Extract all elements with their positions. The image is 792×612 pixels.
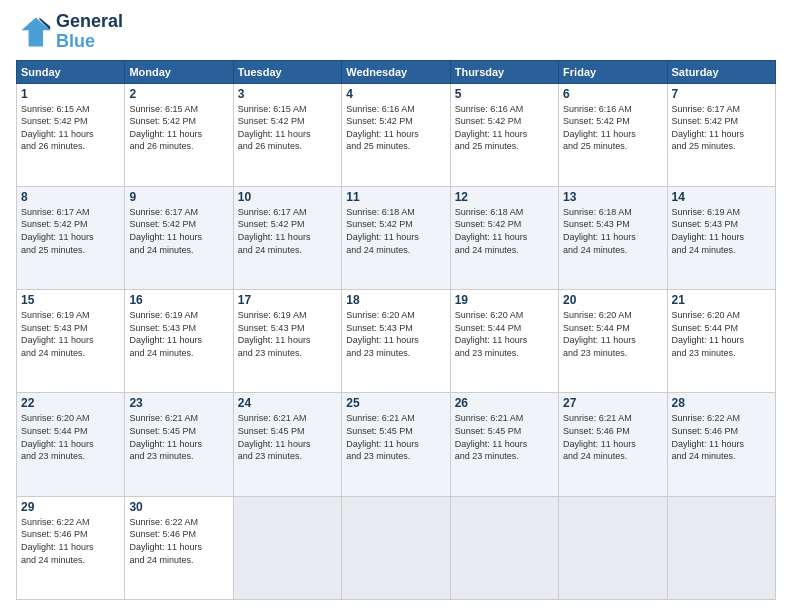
day-info: Sunrise: 6:19 AM Sunset: 5:43 PM Dayligh… [129, 309, 228, 359]
calendar-header-sunday: Sunday [17, 60, 125, 83]
day-number: 22 [21, 396, 120, 410]
day-info: Sunrise: 6:17 AM Sunset: 5:42 PM Dayligh… [672, 103, 771, 153]
day-number: 12 [455, 190, 554, 204]
calendar-cell: 7Sunrise: 6:17 AM Sunset: 5:42 PM Daylig… [667, 83, 775, 186]
calendar-cell [342, 496, 450, 599]
day-number: 3 [238, 87, 337, 101]
day-number: 1 [21, 87, 120, 101]
day-number: 16 [129, 293, 228, 307]
calendar-cell: 25Sunrise: 6:21 AM Sunset: 5:45 PM Dayli… [342, 393, 450, 496]
day-info: Sunrise: 6:16 AM Sunset: 5:42 PM Dayligh… [455, 103, 554, 153]
calendar-cell: 13Sunrise: 6:18 AM Sunset: 5:43 PM Dayli… [559, 186, 667, 289]
calendar-cell: 24Sunrise: 6:21 AM Sunset: 5:45 PM Dayli… [233, 393, 341, 496]
day-info: Sunrise: 6:20 AM Sunset: 5:44 PM Dayligh… [672, 309, 771, 359]
day-number: 19 [455, 293, 554, 307]
logo: General Blue [16, 12, 123, 52]
day-info: Sunrise: 6:21 AM Sunset: 5:45 PM Dayligh… [129, 412, 228, 462]
day-info: Sunrise: 6:15 AM Sunset: 5:42 PM Dayligh… [21, 103, 120, 153]
day-info: Sunrise: 6:21 AM Sunset: 5:45 PM Dayligh… [238, 412, 337, 462]
day-number: 10 [238, 190, 337, 204]
day-number: 23 [129, 396, 228, 410]
calendar-week-row: 22Sunrise: 6:20 AM Sunset: 5:44 PM Dayli… [17, 393, 776, 496]
day-info: Sunrise: 6:17 AM Sunset: 5:42 PM Dayligh… [238, 206, 337, 256]
day-info: Sunrise: 6:18 AM Sunset: 5:42 PM Dayligh… [346, 206, 445, 256]
calendar-header-wednesday: Wednesday [342, 60, 450, 83]
calendar-cell: 1Sunrise: 6:15 AM Sunset: 5:42 PM Daylig… [17, 83, 125, 186]
day-number: 7 [672, 87, 771, 101]
day-number: 30 [129, 500, 228, 514]
calendar-cell: 11Sunrise: 6:18 AM Sunset: 5:42 PM Dayli… [342, 186, 450, 289]
day-info: Sunrise: 6:15 AM Sunset: 5:42 PM Dayligh… [129, 103, 228, 153]
day-info: Sunrise: 6:20 AM Sunset: 5:43 PM Dayligh… [346, 309, 445, 359]
day-number: 27 [563, 396, 662, 410]
day-number: 24 [238, 396, 337, 410]
day-info: Sunrise: 6:21 AM Sunset: 5:46 PM Dayligh… [563, 412, 662, 462]
header: General Blue [16, 12, 776, 52]
calendar-cell: 28Sunrise: 6:22 AM Sunset: 5:46 PM Dayli… [667, 393, 775, 496]
calendar-week-row: 1Sunrise: 6:15 AM Sunset: 5:42 PM Daylig… [17, 83, 776, 186]
calendar-cell: 2Sunrise: 6:15 AM Sunset: 5:42 PM Daylig… [125, 83, 233, 186]
day-info: Sunrise: 6:22 AM Sunset: 5:46 PM Dayligh… [672, 412, 771, 462]
day-info: Sunrise: 6:18 AM Sunset: 5:43 PM Dayligh… [563, 206, 662, 256]
calendar-header-thursday: Thursday [450, 60, 558, 83]
calendar-cell: 29Sunrise: 6:22 AM Sunset: 5:46 PM Dayli… [17, 496, 125, 599]
calendar-cell: 21Sunrise: 6:20 AM Sunset: 5:44 PM Dayli… [667, 290, 775, 393]
day-info: Sunrise: 6:19 AM Sunset: 5:43 PM Dayligh… [672, 206, 771, 256]
calendar-header-tuesday: Tuesday [233, 60, 341, 83]
day-info: Sunrise: 6:22 AM Sunset: 5:46 PM Dayligh… [129, 516, 228, 566]
calendar-cell: 17Sunrise: 6:19 AM Sunset: 5:43 PM Dayli… [233, 290, 341, 393]
day-number: 17 [238, 293, 337, 307]
day-info: Sunrise: 6:19 AM Sunset: 5:43 PM Dayligh… [21, 309, 120, 359]
calendar-cell: 23Sunrise: 6:21 AM Sunset: 5:45 PM Dayli… [125, 393, 233, 496]
calendar-cell: 8Sunrise: 6:17 AM Sunset: 5:42 PM Daylig… [17, 186, 125, 289]
day-info: Sunrise: 6:20 AM Sunset: 5:44 PM Dayligh… [21, 412, 120, 462]
day-info: Sunrise: 6:17 AM Sunset: 5:42 PM Dayligh… [129, 206, 228, 256]
day-info: Sunrise: 6:15 AM Sunset: 5:42 PM Dayligh… [238, 103, 337, 153]
day-number: 9 [129, 190, 228, 204]
calendar-header-friday: Friday [559, 60, 667, 83]
day-info: Sunrise: 6:21 AM Sunset: 5:45 PM Dayligh… [346, 412, 445, 462]
calendar-header-saturday: Saturday [667, 60, 775, 83]
day-number: 21 [672, 293, 771, 307]
calendar-cell: 5Sunrise: 6:16 AM Sunset: 5:42 PM Daylig… [450, 83, 558, 186]
calendar-cell: 18Sunrise: 6:20 AM Sunset: 5:43 PM Dayli… [342, 290, 450, 393]
day-info: Sunrise: 6:20 AM Sunset: 5:44 PM Dayligh… [563, 309, 662, 359]
day-number: 11 [346, 190, 445, 204]
day-number: 28 [672, 396, 771, 410]
day-number: 13 [563, 190, 662, 204]
day-number: 8 [21, 190, 120, 204]
calendar-cell: 15Sunrise: 6:19 AM Sunset: 5:43 PM Dayli… [17, 290, 125, 393]
calendar-week-row: 15Sunrise: 6:19 AM Sunset: 5:43 PM Dayli… [17, 290, 776, 393]
calendar-cell: 4Sunrise: 6:16 AM Sunset: 5:42 PM Daylig… [342, 83, 450, 186]
day-info: Sunrise: 6:18 AM Sunset: 5:42 PM Dayligh… [455, 206, 554, 256]
calendar-cell: 6Sunrise: 6:16 AM Sunset: 5:42 PM Daylig… [559, 83, 667, 186]
day-info: Sunrise: 6:20 AM Sunset: 5:44 PM Dayligh… [455, 309, 554, 359]
page: General Blue SundayMondayTuesdayWednesda… [0, 0, 792, 612]
day-info: Sunrise: 6:16 AM Sunset: 5:42 PM Dayligh… [563, 103, 662, 153]
calendar-cell: 10Sunrise: 6:17 AM Sunset: 5:42 PM Dayli… [233, 186, 341, 289]
calendar-week-row: 8Sunrise: 6:17 AM Sunset: 5:42 PM Daylig… [17, 186, 776, 289]
day-number: 20 [563, 293, 662, 307]
day-number: 18 [346, 293, 445, 307]
day-info: Sunrise: 6:16 AM Sunset: 5:42 PM Dayligh… [346, 103, 445, 153]
calendar-cell: 9Sunrise: 6:17 AM Sunset: 5:42 PM Daylig… [125, 186, 233, 289]
day-info: Sunrise: 6:17 AM Sunset: 5:42 PM Dayligh… [21, 206, 120, 256]
day-number: 14 [672, 190, 771, 204]
day-info: Sunrise: 6:19 AM Sunset: 5:43 PM Dayligh… [238, 309, 337, 359]
calendar-cell [450, 496, 558, 599]
calendar-cell: 14Sunrise: 6:19 AM Sunset: 5:43 PM Dayli… [667, 186, 775, 289]
calendar-table: SundayMondayTuesdayWednesdayThursdayFrid… [16, 60, 776, 600]
day-number: 6 [563, 87, 662, 101]
calendar-cell [233, 496, 341, 599]
day-number: 15 [21, 293, 120, 307]
calendar-cell: 22Sunrise: 6:20 AM Sunset: 5:44 PM Dayli… [17, 393, 125, 496]
calendar-cell: 30Sunrise: 6:22 AM Sunset: 5:46 PM Dayli… [125, 496, 233, 599]
calendar-cell: 3Sunrise: 6:15 AM Sunset: 5:42 PM Daylig… [233, 83, 341, 186]
calendar-cell: 20Sunrise: 6:20 AM Sunset: 5:44 PM Dayli… [559, 290, 667, 393]
logo-text: General Blue [56, 12, 123, 52]
calendar-cell: 16Sunrise: 6:19 AM Sunset: 5:43 PM Dayli… [125, 290, 233, 393]
logo-icon [16, 14, 52, 50]
calendar-cell [559, 496, 667, 599]
day-info: Sunrise: 6:22 AM Sunset: 5:46 PM Dayligh… [21, 516, 120, 566]
day-number: 2 [129, 87, 228, 101]
